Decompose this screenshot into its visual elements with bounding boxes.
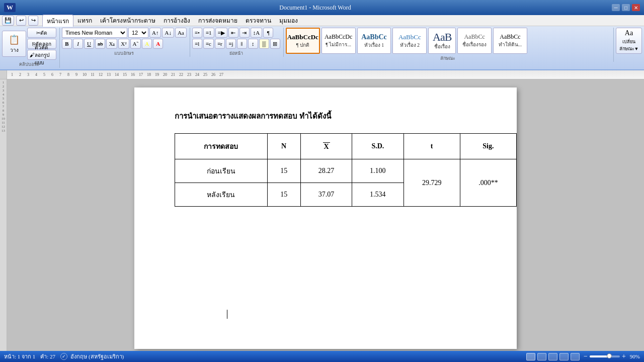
change-styles-button[interactable]: Aa เปลี่ยนลักษณะ▼ xyxy=(616,28,642,54)
zoom-out-button[interactable]: − xyxy=(584,352,588,360)
document-heading: การนำเสนอตารางแสดงผลการทดสอบ ทำได้ดังนี้ xyxy=(175,110,487,122)
cell-t-merged: 29.729 xyxy=(404,159,460,207)
menu-home[interactable]: หน้าแรก xyxy=(42,15,73,27)
border-button[interactable]: ⊞ xyxy=(270,39,280,49)
shrink-font-button[interactable]: A↓ xyxy=(162,28,174,38)
cell-test-2: หลังเรียน xyxy=(175,183,268,207)
cell-n-1: 15 xyxy=(267,159,300,183)
title-bar-text: Document1 - Microsoft Word xyxy=(19,4,612,12)
style-heading2[interactable]: AaBbCc หัวเรื่อง 2 xyxy=(392,28,427,54)
style-heading1[interactable]: AaBbCc หัวเรื่อง 1 xyxy=(357,28,391,54)
cell-test-1: ก่อนเรียน xyxy=(175,159,268,183)
format-painter-button[interactable]: 🖌 ตัวคัดลอกรูปแบบ xyxy=(27,50,56,60)
shading-button[interactable]: ▒ xyxy=(259,39,269,49)
cell-sig-merged: .000** xyxy=(460,159,516,207)
increase-indent-button[interactable]: ⇥ xyxy=(239,28,250,38)
align-right-button[interactable]: ≡r xyxy=(215,39,225,49)
zoom-level: 90% xyxy=(630,353,640,359)
font-size-select[interactable]: 12 xyxy=(128,28,148,38)
line-spacing-button[interactable]: ↕ xyxy=(248,39,258,49)
view-fullscreen-button[interactable] xyxy=(537,353,546,360)
language: อังกฤษ (สหรัฐอเมริกา) xyxy=(70,352,124,361)
data-table: การทดสอบ N X S.D. t Sig. xyxy=(175,133,517,207)
document-scroll-area[interactable]: การนำเสนอตารางแสดงผลการทดสอบ ทำได้ดังนี้… xyxy=(7,79,644,355)
styles-group: AaBbCcDc ¶ ปกติ AaBbCcDc ¶ ไม่มีการ... A… xyxy=(286,28,614,62)
font-color-button[interactable]: A xyxy=(153,39,163,49)
justify-button[interactable]: ≡j xyxy=(226,39,236,49)
horizontal-ruler: 1 2 3 4 5 6 7 8 9 10 11 12 13 14 15 16 1… xyxy=(7,70,644,79)
word-count: คำ: 27 xyxy=(40,352,55,361)
paste-label: วาง xyxy=(10,46,19,54)
clipboard-group-label: คลิปบอร์ด xyxy=(19,61,39,68)
columns-button[interactable]: ⫴ xyxy=(237,39,247,49)
font-group: Times New Roman 12 A↑ A↓ Aa B I U ab X₂ … xyxy=(62,28,190,57)
paragraph-group: ≡• ≡1 ≡▶ ⇤ ⇥ ↕A ¶ ≡l ≡c ≡r ≡j ⫴ ↕ ▒ ⊞ ย่… xyxy=(192,28,284,57)
page-info: หน้า: 1 จาก 1 xyxy=(4,352,35,361)
highlight-button[interactable]: A xyxy=(142,39,152,49)
clipboard-group: 📋 วาง ✂ ตัด ⎘ คัดลอก 🖌 ตัวคัดลอกรูปแบบ ค… xyxy=(2,28,60,68)
decrease-indent-button[interactable]: ⇤ xyxy=(228,28,238,38)
text-cursor xyxy=(227,310,227,319)
show-hide-button[interactable]: ¶ xyxy=(263,28,273,38)
view-print-button[interactable] xyxy=(526,353,535,360)
superscript-button[interactable]: X² xyxy=(118,39,129,49)
maximize-button[interactable]: □ xyxy=(622,4,630,11)
quick-access-save[interactable]: 💾 xyxy=(2,16,14,26)
col-header-sig: Sig. xyxy=(460,134,516,159)
cell-xbar-2: 37.07 xyxy=(300,183,352,207)
style-title[interactable]: AaB ชื่อเรื่อง xyxy=(428,28,456,54)
document-page: การนำเสนอตารางแสดงผลการทดสอบ ทำได้ดังนี้… xyxy=(134,87,517,349)
col-header-n: N xyxy=(267,134,300,159)
close-button[interactable]: ✕ xyxy=(632,4,640,11)
spelling-check-icon: ✓ xyxy=(60,353,67,360)
cell-xbar-1: 28.27 xyxy=(300,159,352,183)
style-no-spacing[interactable]: AaBbCcDc ¶ ไม่มีการ... xyxy=(321,28,356,54)
col-header-sd: S.D. xyxy=(352,134,404,159)
grow-font-button[interactable]: A↑ xyxy=(149,28,161,38)
view-draft-button[interactable] xyxy=(571,353,580,360)
menu-review[interactable]: ตรวจทาน xyxy=(242,15,275,26)
menu-layout[interactable]: เค้าโครงหน้ากระดาษ xyxy=(96,15,159,26)
menu-view[interactable]: มุมมอง xyxy=(275,15,302,26)
cell-sd-2: 1.534 xyxy=(352,183,404,207)
underline-button[interactable]: U xyxy=(84,39,94,49)
cell-n-2: 15 xyxy=(267,183,300,207)
styles-group-label: ลักษณะ xyxy=(286,55,610,62)
strikethrough-button[interactable]: ab xyxy=(95,39,105,49)
align-center-button[interactable]: ≡c xyxy=(203,39,214,49)
italic-button[interactable]: I xyxy=(73,39,83,49)
paste-button[interactable]: 📋 วาง xyxy=(2,31,26,57)
subscript-button[interactable]: X₂ xyxy=(106,39,117,49)
cell-sd-1: 1.100 xyxy=(352,159,404,183)
menu-insert[interactable]: แทรก xyxy=(73,15,96,26)
numbering-button[interactable]: ≡1 xyxy=(203,28,214,38)
font-group-label: แบบอักษร xyxy=(62,50,187,57)
app-icon: W xyxy=(4,3,16,12)
quick-access-redo[interactable]: ↪ xyxy=(28,16,38,26)
view-outline-button[interactable] xyxy=(559,353,569,360)
col-header-test: การทดสอบ xyxy=(175,134,268,159)
editing-group: Aa เปลี่ยนลักษณะ▼ xyxy=(616,28,642,54)
clear-format-button[interactable]: Aa xyxy=(175,28,187,38)
paragraph-group-label: ย่อหน้า xyxy=(192,50,280,57)
text-effects-button[interactable]: A˜ xyxy=(130,39,141,49)
view-web-button[interactable] xyxy=(548,353,557,360)
quick-access-undo[interactable]: ↩ xyxy=(16,16,26,26)
font-name-select[interactable]: Times New Roman xyxy=(62,28,127,38)
bullets-button[interactable]: ≡• xyxy=(192,28,202,38)
bold-button[interactable]: B xyxy=(62,39,72,49)
multilevel-button[interactable]: ≡▶ xyxy=(215,28,227,38)
style-subtitle[interactable]: AaBbCc ชื่อเรื่องรอง xyxy=(457,28,492,54)
col-header-xbar: X xyxy=(300,134,352,159)
align-left-button[interactable]: ≡l xyxy=(192,39,202,49)
sort-button[interactable]: ↕A xyxy=(251,28,262,38)
cut-button[interactable]: ✂ ตัด xyxy=(27,28,56,38)
style-normal[interactable]: AaBbCcDc ¶ ปกติ xyxy=(286,28,320,54)
zoom-in-button[interactable]: + xyxy=(622,352,626,360)
style-emphasis[interactable]: AaBbCc ทำให้ดิน... xyxy=(493,28,527,54)
minimize-button[interactable]: ─ xyxy=(612,4,620,11)
zoom-slider[interactable] xyxy=(590,355,620,357)
menu-mailings[interactable]: การส่งจดหมาย xyxy=(194,15,242,26)
menu-references[interactable]: การอ้างอิง xyxy=(159,15,194,26)
status-bar: หน้า: 1 จาก 1 คำ: 27 ✓ อังกฤษ (สหรัฐอเมร… xyxy=(0,351,644,362)
